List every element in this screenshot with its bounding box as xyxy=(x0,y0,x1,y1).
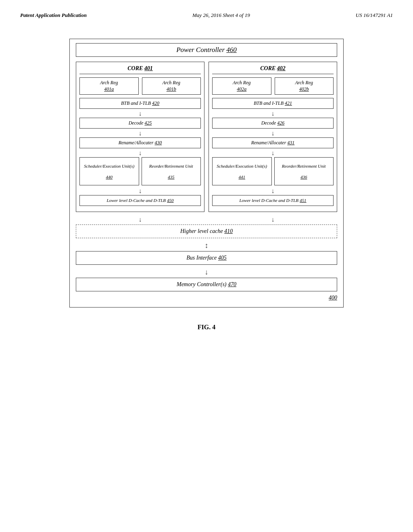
header-left: Patent Application Publication xyxy=(20,12,87,19)
core2-arrow4: ↓ xyxy=(212,188,334,194)
core1-reorder: Reorder/Retirement Unit 435 xyxy=(142,157,201,185)
header-right: US 16/147291 A1 xyxy=(356,12,393,19)
core2-arch-reg-1: Arch Reg 402a xyxy=(212,77,271,95)
core1-arch-reg-row: Arch Reg 401a Arch Reg 401b xyxy=(79,77,201,95)
core2-reorder-col: Reorder/Retirement Unit 436 xyxy=(274,157,334,187)
power-controller-box: Power Controller 460 xyxy=(76,43,337,57)
core1-arch-reg-2: Arch Reg 401b xyxy=(142,77,201,95)
header-center: May 26, 2016 Sheet 4 of 19 xyxy=(192,12,250,19)
diagram-area: Power Controller 460 CORE 401 Arch Reg 4… xyxy=(69,39,344,308)
core1-arrow2: ↓ xyxy=(79,130,201,137)
core2-title: CORE 402 xyxy=(212,65,334,74)
figure-label: FIG. 4 xyxy=(20,324,393,331)
core2-inner-row: Scheduler/Execution Unit(s) 441 Reorder/… xyxy=(212,157,334,187)
arrow-col-right: ↓ xyxy=(209,216,337,223)
core2-scheduler-col: Scheduler/Execution Unit(s) 441 xyxy=(212,157,272,187)
core1-arrow3: ↓ xyxy=(79,150,201,156)
bus-interface-box: Bus Interface 405 xyxy=(76,251,337,265)
core2-reorder: Reorder/Retirement Unit 436 xyxy=(274,157,334,185)
figure-ref: 400 xyxy=(76,295,337,301)
core1-inner-row: Scheduler/Execution Unit(s) 440 Reorder/… xyxy=(79,157,201,187)
core1-box: CORE 401 Arch Reg 401a Arch Reg 401b xyxy=(76,62,204,212)
core1-arrow1: ↓ xyxy=(79,110,201,117)
core2-decode: Decode 426 xyxy=(212,118,334,129)
core2-arch-reg-row: Arch Reg 402a Arch Reg 402b xyxy=(212,77,334,95)
dual-arrows-down: ↓ ↓ xyxy=(76,216,337,223)
core1-arrow4: ↓ xyxy=(79,188,201,194)
core1-arch-reg-1: Arch Reg 401a xyxy=(79,77,139,95)
core1-scheduler: Scheduler/Execution Unit(s) 440 xyxy=(79,157,139,185)
cores-row: CORE 401 Arch Reg 401a Arch Reg 401b xyxy=(76,62,337,212)
core2-rename: Rename/Allocater 431 xyxy=(212,137,334,148)
core2-lower-cache: Lower level D-Cache and D-TLB 451 xyxy=(212,195,334,206)
core2-arrow3: ↓ xyxy=(212,150,334,156)
core1-title: CORE 401 xyxy=(79,65,201,74)
core2-arrow2: ↓ xyxy=(212,130,334,137)
higher-cache-box: Higher level cache 410 xyxy=(76,224,337,238)
core1-scheduler-col: Scheduler/Execution Unit(s) 440 xyxy=(79,157,139,187)
outer-box: Power Controller 460 CORE 401 Arch Reg 4… xyxy=(69,39,344,308)
core1-rename: Rename/Allocater 430 xyxy=(79,137,201,148)
power-controller-label: Power Controller xyxy=(176,46,225,54)
core1-lower-cache: Lower level D-Cache and D-TLB 450 xyxy=(79,195,201,206)
arrow-to-memory: ↓ xyxy=(76,268,337,276)
core1-decode: Decode 425 xyxy=(79,118,201,129)
core2-scheduler: Scheduler/Execution Unit(s) 441 xyxy=(212,157,272,185)
core1-reorder-col: Reorder/Retirement Unit 435 xyxy=(142,157,201,187)
core2-box: CORE 402 Arch Reg 402a Arch Reg 402b xyxy=(209,62,337,212)
power-controller-ref: 460 xyxy=(226,46,237,54)
memory-controller-box: Memory Controller(s) 470 xyxy=(76,278,337,291)
core2-arrow1: ↓ xyxy=(212,110,334,117)
arrow-col-left: ↓ xyxy=(76,216,204,223)
page-header: Patent Application Publication May 26, 2… xyxy=(20,12,393,23)
core2-arch-reg-2: Arch Reg 402b xyxy=(275,77,334,95)
core1-btb-itlb: BTB and I-TLB 420 xyxy=(79,98,201,109)
arrow-to-bus: ↕ xyxy=(76,241,337,250)
core2-btb-itlb: BTB and I-TLB 421 xyxy=(212,98,334,109)
